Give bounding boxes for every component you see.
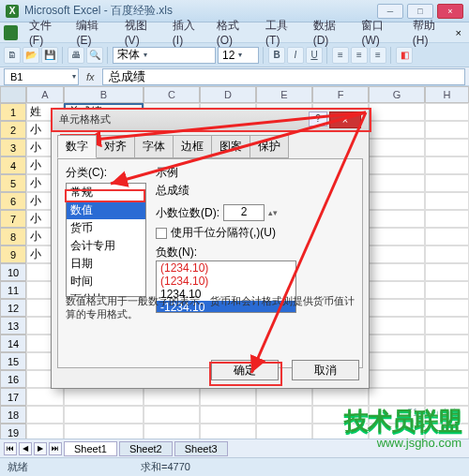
thousand-separator-checkbox[interactable] <box>156 228 167 239</box>
status-bar: 就绪 求和=4770 <box>0 457 469 476</box>
sheet-tab-bar: ⏮ ◀ ▶ ⏭ Sheet1 Sheet2 Sheet3 <box>0 439 469 457</box>
category-item[interactable]: 数值 <box>67 201 145 219</box>
dialog-close-button[interactable]: × <box>329 112 361 128</box>
tab-number[interactable]: 数字 <box>57 135 97 158</box>
decimal-places-input[interactable]: 2 <box>223 204 265 221</box>
tab-nav-prev[interactable]: ◀ <box>19 442 32 455</box>
status-aggregate: 求和=4770 <box>141 460 190 474</box>
negative-option[interactable]: (1234.10) <box>157 261 295 275</box>
category-label: 分类(C): <box>66 165 146 181</box>
cancel-button[interactable]: 取消 <box>292 360 359 380</box>
dialog-tabs: 数字 对齐 字体 边框 图案 保护 <box>57 135 363 158</box>
category-item[interactable]: 会计专用 <box>67 237 145 255</box>
sheet-tab-3[interactable]: Sheet3 <box>174 441 228 456</box>
dialog-help-button[interactable]: ? <box>309 112 327 126</box>
category-item[interactable]: 货币 <box>67 219 145 237</box>
category-item[interactable]: 常规 <box>67 184 145 201</box>
tab-nav-next[interactable]: ▶ <box>34 442 47 455</box>
negative-option[interactable]: (1234.10) <box>157 275 295 288</box>
tab-nav-first[interactable]: ⏮ <box>4 442 17 455</box>
watermark-tiny: 51.com 之家 <box>407 407 460 420</box>
negative-label: 负数(N): <box>156 245 355 260</box>
sheet-tab-1[interactable]: Sheet1 <box>64 441 117 456</box>
category-list[interactable]: 常规数值货币会计专用日期时间百分比分数科学记数文本特殊自定义 <box>66 183 146 297</box>
category-item[interactable]: 时间 <box>67 273 145 290</box>
dialog-title: 单元格格式 <box>59 112 309 126</box>
tab-nav-last[interactable]: ⏭ <box>49 442 62 455</box>
status-mode: 就绪 <box>8 460 28 474</box>
tab-protect[interactable]: 保护 <box>250 135 289 158</box>
tab-pattern[interactable]: 图案 <box>211 135 250 158</box>
dialog-body: 分类(C): 常规数值货币会计专用日期时间百分比分数科学记数文本特殊自定义 示例… <box>57 158 363 368</box>
dialog-titlebar[interactable]: 单元格格式 ? × <box>52 109 369 131</box>
tab-border[interactable]: 边框 <box>173 135 212 158</box>
thousand-separator-label: 使用千位分隔符(,)(U) <box>171 225 276 241</box>
sheet-tab-2[interactable]: Sheet2 <box>119 441 173 456</box>
spinner-icon[interactable]: ▴▾ <box>268 208 278 217</box>
tab-alignment[interactable]: 对齐 <box>96 135 135 158</box>
decimal-label: 小数位数(D): <box>156 205 219 221</box>
dialog-overlay: 单元格格式 ? × 数字 对齐 字体 边框 图案 保护 分类(C): 常规数值货… <box>0 0 469 476</box>
format-cells-dialog: 单元格格式 ? × 数字 对齐 字体 边框 图案 保护 分类(C): 常规数值货… <box>51 108 370 389</box>
ok-button[interactable]: 确定 <box>211 360 279 380</box>
tab-font[interactable]: 字体 <box>134 135 174 158</box>
category-item[interactable]: 日期 <box>67 255 145 273</box>
sample-label: 示例 <box>156 165 355 181</box>
sample-value: 总成绩 <box>156 183 355 199</box>
